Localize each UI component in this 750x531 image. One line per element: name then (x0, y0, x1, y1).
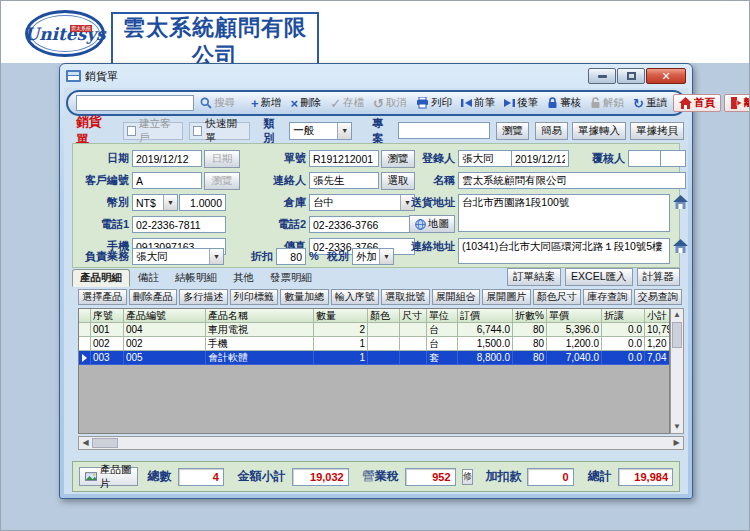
col-header[interactable]: 產品名稱 (206, 309, 314, 323)
search-input[interactable] (76, 95, 194, 111)
create-customer-checkbox[interactable]: 建立客戶 (123, 122, 183, 140)
ship-address-home-icon[interactable] (672, 194, 689, 210)
select-product-button[interactable]: 選擇產品 (78, 289, 127, 305)
col-header[interactable]: 折數% (513, 309, 547, 323)
project-input[interactable] (398, 122, 490, 139)
checkbox-icon (193, 126, 202, 136)
expand-image-button[interactable]: 展開圖片 (482, 289, 531, 305)
simple-mode-button[interactable]: 簡易 (535, 122, 568, 140)
customer-no-input[interactable] (132, 172, 202, 189)
chevron-down-icon: ▼ (337, 123, 351, 139)
select-batch-button[interactable]: 選取批號 (381, 289, 430, 305)
scroll-down-icon[interactable]: ▼ (671, 421, 684, 433)
print-button[interactable]: 列印 (413, 95, 455, 111)
tab-invoice-detail[interactable]: 發票明細 (262, 269, 320, 287)
window-titlebar[interactable]: 銷貨單 ✕ (60, 64, 692, 88)
enter-serial-button[interactable]: 輸入序號 (331, 289, 380, 305)
home-button[interactable]: 首頁 (673, 94, 721, 112)
salesperson-select[interactable]: 張大同▼ (132, 248, 224, 265)
maximize-button[interactable] (617, 68, 645, 84)
reload-button[interactable]: ↻重讀 (630, 95, 670, 111)
globe-icon (415, 219, 426, 230)
table-row[interactable]: 001 004 車用電視 2 台 6,744.0 80 5,396.0 0.0 … (79, 323, 669, 337)
tab-billing-detail[interactable]: 結帳明細 (167, 269, 225, 287)
contact-address-home-icon[interactable] (672, 238, 689, 254)
stock-query-button[interactable]: 庫存查詢 (583, 289, 632, 305)
doc-copy-button[interactable]: 單據拷貝 (630, 122, 684, 140)
next-record-button[interactable]: 後筆 (501, 95, 541, 111)
col-header[interactable]: 小計 (645, 309, 670, 323)
tab-notes[interactable]: 備註 (130, 269, 167, 287)
multiline-desc-button[interactable]: 多行描述 (179, 289, 228, 305)
prev-record-button[interactable]: 前筆 (458, 95, 498, 111)
tab-product-detail[interactable]: 產品明細 (72, 269, 130, 287)
tax-edit-button[interactable]: 修 (462, 469, 474, 485)
scroll-up-icon[interactable]: ▲ (671, 309, 684, 321)
delete-product-button[interactable]: 刪除產品 (129, 289, 178, 305)
contact-address-input[interactable]: (10341)台北市大同區環河北路１段10號5樓 (458, 238, 670, 264)
phone2-input[interactable] (309, 216, 415, 233)
category-select[interactable]: 一般 ▼ (289, 122, 352, 140)
col-header[interactable]: 產品編號 (124, 309, 206, 323)
col-header[interactable]: 訂價 (458, 309, 513, 323)
trade-query-button[interactable]: 交易查詢 (634, 289, 683, 305)
date-picker-button[interactable]: 日期 (204, 150, 240, 168)
customer-browse-button[interactable]: 瀏覽 (204, 172, 240, 190)
discount-input[interactable] (276, 248, 306, 265)
currency-select[interactable]: NT$▼ (132, 194, 178, 211)
order-no-input[interactable] (309, 150, 379, 167)
name-input[interactable] (458, 172, 686, 189)
search-button[interactable]: 搜尋 (197, 95, 238, 111)
save-button[interactable]: ✓存檔 (327, 95, 367, 111)
quick-order-checkbox[interactable]: 快速開單 (189, 122, 249, 140)
project-browse-button[interactable]: 瀏覽 (496, 122, 529, 140)
warehouse-select[interactable]: 台中▼ (309, 194, 415, 211)
tab-other[interactable]: 其他 (225, 269, 262, 287)
product-image-button[interactable]: 產品圖片 (79, 467, 138, 486)
chevron-down-icon: ▼ (163, 195, 177, 210)
table-row-selected[interactable]: 003 005 會計軟體 1 套 8,800.0 80 7,040.0 0.0 … (79, 351, 669, 365)
discount-label: 折扣 (245, 248, 273, 265)
calculator-button[interactable]: 計算器 (637, 268, 681, 286)
color-size-button[interactable]: 顏色尺寸 (533, 289, 582, 305)
date-input[interactable] (132, 150, 202, 167)
expand-combo-button[interactable]: 展開組合 (432, 289, 481, 305)
tax-type-select[interactable]: 外加▼ (352, 248, 394, 265)
horizontal-scrollbar[interactable]: ◀ ▶ (78, 436, 684, 450)
window-icon (66, 70, 81, 82)
doc-import-button[interactable]: 單據轉入 (572, 122, 626, 140)
vertical-scrollbar[interactable]: ▲ ▼ (670, 308, 684, 434)
table-row[interactable]: 002 002 手機 1 台 1,500.0 80 1,200.0 0.0 1,… (79, 337, 669, 351)
x-icon: × (291, 97, 299, 110)
close-order-button[interactable]: 訂單結案 (507, 268, 561, 286)
unlock-button[interactable]: 解鎖 (587, 95, 627, 111)
qty-sum-button[interactable]: 數量加總 (280, 289, 329, 305)
horizontal-scroll-thumb[interactable] (92, 438, 118, 448)
col-header[interactable]: 折讓 (602, 309, 645, 323)
scroll-right-icon[interactable]: ▶ (670, 437, 683, 449)
print-label-button[interactable]: 列印標籤 (230, 289, 279, 305)
cancel-button[interactable]: ↺取消 (370, 95, 410, 111)
col-header[interactable]: 單位 (427, 309, 458, 323)
delete-button[interactable]: ×刪除 (288, 95, 325, 111)
vertical-scroll-thumb[interactable] (672, 322, 682, 348)
col-header[interactable]: 顏色 (368, 309, 400, 323)
phone1-input[interactable] (132, 216, 226, 233)
col-header[interactable]: 序號 (91, 309, 124, 323)
map-button[interactable]: 地圖 (409, 215, 455, 233)
excel-import-button[interactable]: EXCEL匯入 (565, 268, 632, 286)
col-header[interactable]: 尺寸 (400, 309, 427, 323)
close-button[interactable]: ✕ (646, 68, 686, 84)
exchange-rate-input[interactable] (179, 194, 226, 211)
scroll-left-icon[interactable]: ◀ (79, 437, 92, 449)
add-button[interactable]: +新增 (248, 95, 285, 111)
contact-input[interactable] (309, 172, 379, 189)
minimize-button[interactable] (588, 68, 616, 84)
exit-button[interactable]: 離開 (724, 94, 750, 112)
col-header[interactable]: 單價 (547, 309, 602, 323)
ship-address-input[interactable]: 台北市西園路1段100號 (458, 194, 670, 232)
audit-button[interactable]: 審核 (544, 95, 584, 111)
order-browse-button[interactable]: 瀏覽 (381, 150, 415, 168)
contact-select-button[interactable]: 選取 (381, 172, 415, 190)
col-header[interactable]: 數量 (314, 309, 368, 323)
